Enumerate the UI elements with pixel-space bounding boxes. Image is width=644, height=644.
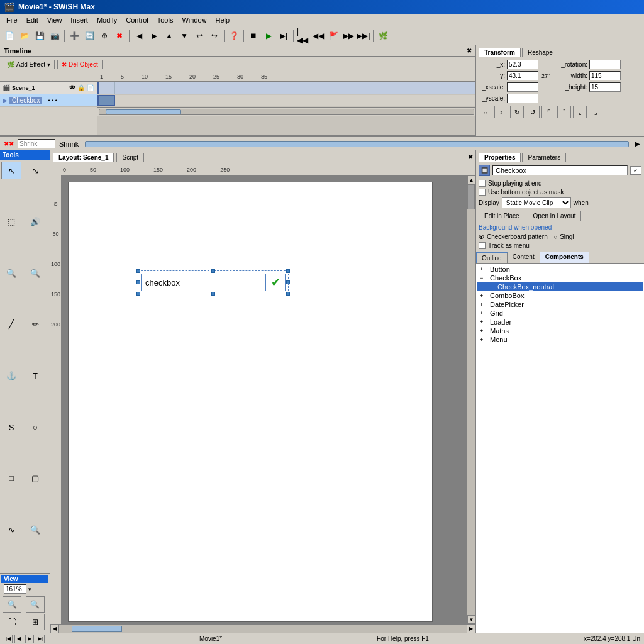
tool-text[interactable]: T (25, 367, 45, 385)
zoom-in-button[interactable]: 🔍 (3, 596, 21, 613)
menu-tools[interactable]: Tools (153, 16, 177, 25)
yscale-input[interactable] (507, 94, 538, 103)
tool-line[interactable]: ╱ (1, 316, 21, 333)
checkbox-frame-1[interactable] (97, 95, 115, 106)
open-in-layout-button[interactable]: Open in Layout (528, 211, 582, 221)
circle-plus-button[interactable]: ⊕ (97, 29, 111, 43)
tab-components[interactable]: Components (540, 252, 589, 263)
scene-doc-icon[interactable]: 📄 (87, 84, 94, 91)
tool-rectangle[interactable]: □ (1, 470, 21, 487)
tree-maths[interactable]: + Maths (477, 326, 643, 335)
first-frame-button[interactable]: |◀◀ (296, 29, 310, 43)
tool-lasso[interactable]: 🔊 (25, 213, 45, 231)
hscroll-right-button[interactable]: ▶ (467, 625, 475, 633)
zoom-fit-button[interactable]: ⛶ (3, 614, 21, 630)
align-left-button[interactable]: ◀ (132, 29, 146, 43)
tool-zoom-in[interactable]: 🔍 (1, 264, 21, 282)
tree-menu[interactable]: + Menu (477, 335, 643, 344)
menu-edit[interactable]: Edit (23, 16, 42, 25)
prop-name-input[interactable] (492, 165, 628, 175)
canvas-close-icon[interactable]: ✖ (468, 153, 473, 160)
handle-bm[interactable] (211, 292, 215, 296)
layer-row-scene[interactable]: 🎬 Scene_1 👁 🔒 📄 (0, 82, 97, 94)
align-tl-button[interactable]: ⌜ (541, 106, 555, 118)
tool-unknown1[interactable]: S (1, 418, 21, 436)
last-frame-button[interactable]: ▶▶| (357, 29, 370, 43)
tab-content[interactable]: Content (508, 252, 540, 263)
tab-outline[interactable]: Outline (476, 252, 508, 263)
handle-br[interactable] (286, 292, 290, 296)
undo-button[interactable]: ↩ (192, 29, 206, 43)
shrink-scrollbar[interactable] (85, 141, 629, 147)
play-button[interactable]: ▶ (262, 29, 275, 43)
save-button[interactable]: 💾 (33, 29, 47, 43)
checkbox-widget[interactable]: checkbox ✔ (138, 270, 289, 294)
scene-eye-icon[interactable]: 👁 (69, 84, 75, 91)
vscroll-thumb[interactable] (467, 184, 475, 209)
flip-v-button[interactable]: ↕ (494, 106, 508, 118)
align-tr-button[interactable]: ⌝ (557, 106, 571, 118)
menu-view[interactable]: View (43, 16, 66, 25)
vscroll-up-button[interactable]: ▲ (467, 175, 476, 184)
play-scene-button[interactable]: ▶| (277, 29, 291, 43)
vscroll-down-button[interactable]: ▼ (467, 615, 476, 624)
tree-button[interactable]: + Button (477, 265, 643, 274)
tree-datepicker[interactable]: + DatePicker (477, 300, 643, 309)
handle-bl[interactable] (136, 292, 140, 296)
tab-properties[interactable]: Properties (479, 153, 521, 162)
menu-control[interactable]: Control (122, 16, 152, 25)
zoom-page-button[interactable]: ⊞ (26, 614, 45, 630)
tool-zoom-out[interactable]: 🔍 (25, 264, 45, 282)
canvas-viewport[interactable]: checkbox ✔ (62, 175, 467, 624)
xscale-input[interactable] (507, 82, 538, 92)
handle-tl[interactable] (136, 269, 140, 273)
camera-button[interactable]: 📷 (48, 29, 62, 43)
status-prev-button[interactable]: ◀ (14, 635, 23, 643)
menu-insert[interactable]: Insert (67, 16, 92, 25)
menu-window[interactable]: Window (178, 16, 210, 25)
timeline-scroll-track[interactable] (99, 109, 474, 115)
scene-lock-icon[interactable]: 🔒 (77, 84, 85, 91)
checkbox-check[interactable]: ✔ (265, 274, 286, 291)
tool-magnify[interactable]: 🔍 (25, 521, 45, 538)
tab-transform[interactable]: Transform (479, 48, 521, 57)
stop-button[interactable]: ⏹ (247, 29, 260, 43)
shrink-right-arrow[interactable]: ▶ (635, 140, 640, 147)
tool-arrow[interactable]: ↖ (1, 162, 21, 179)
layer-row-checkbox[interactable]: ▶ Checkbox • • • (0, 94, 97, 107)
tab-reshape[interactable]: Reshape (522, 48, 558, 57)
checkerboard-radio[interactable]: ⦿ (479, 234, 484, 240)
edit-in-place-button[interactable]: Edit in Place (479, 211, 525, 221)
handle-ml[interactable] (136, 280, 140, 284)
tool-circle[interactable]: ○ (25, 418, 45, 436)
new-button[interactable]: 📄 (3, 29, 16, 43)
open-button[interactable]: 📂 (18, 29, 31, 43)
tree-loader[interactable]: + Loader (477, 318, 643, 326)
scene-frame-1[interactable] (97, 82, 115, 94)
tool-select[interactable]: ⤡ (25, 162, 45, 179)
handle-tm[interactable] (211, 269, 215, 273)
timeline-close-icon[interactable]: ✖ (467, 47, 472, 54)
height-input[interactable] (589, 82, 621, 92)
track-menu-checkbox[interactable] (479, 242, 486, 249)
del-object-button[interactable]: ✖ Del Object (57, 60, 103, 69)
add-effect-button[interactable]: 🌿 Add Effect ▾ (3, 60, 55, 69)
handle-mr[interactable] (286, 280, 290, 284)
next-frame-button[interactable]: ▶▶ (341, 29, 355, 43)
timeline-scroll-thumb[interactable] (106, 109, 181, 114)
tab-layout[interactable]: Layout: Scene_1 (53, 153, 114, 162)
delete-button[interactable]: ✖ (113, 29, 126, 43)
status-play-button[interactable]: ▶ (25, 635, 34, 643)
align-right-button[interactable]: ▶ (147, 29, 161, 43)
width-input[interactable] (589, 71, 621, 80)
zoom-out-button[interactable]: 🔍 (26, 596, 45, 613)
hscroll-thumb[interactable] (72, 626, 122, 632)
align-bl-button[interactable]: ⌞ (573, 106, 587, 118)
shrink-input[interactable] (18, 139, 55, 148)
prop-ok-button[interactable]: ✓ (630, 166, 641, 175)
align-up-button[interactable]: ▲ (162, 29, 176, 43)
tree-checkbox-neutral[interactable]: CheckBox_neutral (477, 282, 643, 291)
tool-rect-select[interactable]: ⬚ (1, 213, 21, 231)
status-last-button[interactable]: ▶| (36, 635, 45, 643)
status-first-button[interactable]: |◀ (4, 635, 13, 643)
